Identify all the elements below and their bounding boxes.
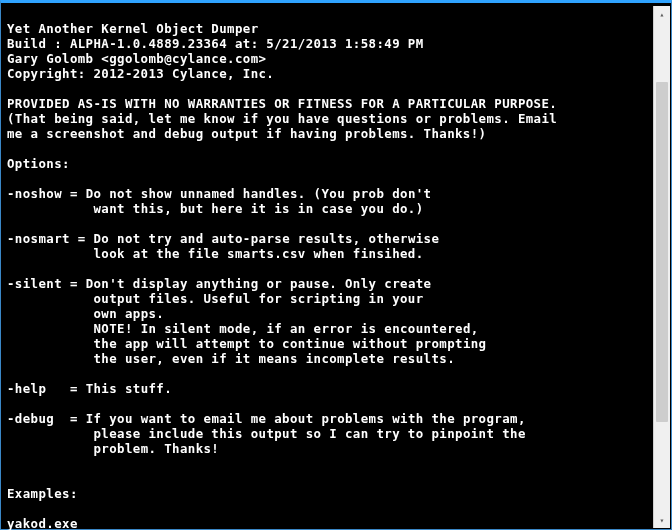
option-nosmart-desc-2: look at the file smarts.csv when finsihe… (93, 246, 423, 261)
chevron-up-icon: ▴ (660, 10, 665, 19)
option-debug-flag: -debug (7, 411, 54, 426)
option-noshow-desc-2: want this, but here it is in case you do… (93, 201, 423, 216)
scrollbar-thumb[interactable] (656, 82, 668, 422)
option-silent-desc-3: own apps. (93, 306, 164, 321)
scroll-up-button[interactable]: ▴ (654, 6, 670, 22)
console-viewport: Yet Another Kernel Object Dumper Build :… (1, 3, 653, 529)
scrollbar-track[interactable] (654, 22, 670, 512)
options-heading: Options: (7, 156, 70, 171)
copyright-line: Copyright: 2012-2013 Cylance, Inc. (7, 66, 274, 81)
option-silent-desc-2: output files. Useful for scripting in yo… (93, 291, 423, 306)
option-noshow-desc-1: Do not show unnamed handles. (You prob d… (86, 186, 432, 201)
option-nosmart-flag: -nosmart (7, 231, 70, 246)
option-help-desc-1: This stuff. (86, 381, 172, 396)
option-noshow-flag: -noshow (7, 186, 62, 201)
option-silent-desc-5: the app will attempt to continue without… (93, 336, 486, 351)
option-help-flag: -help (7, 381, 46, 396)
build-line: Build : ALPHA-1.0.4889.23364 at: 5/21/20… (7, 36, 424, 51)
warranty-line-3: me a screenshot and debug output if havi… (7, 126, 486, 141)
title-line: Yet Another Kernel Object Dumper (7, 21, 259, 36)
examples-heading: Examples: (7, 486, 78, 501)
option-silent-flag: -silent (7, 276, 62, 291)
chevron-down-icon: ▾ (660, 516, 665, 525)
option-silent-desc-6: the user, even if it means incomplete re… (93, 351, 455, 366)
vertical-scrollbar[interactable]: ▴ ▾ (653, 6, 670, 528)
console-window: Yet Another Kernel Object Dumper Build :… (0, 0, 672, 530)
option-debug-desc-2: please include this output so I can try … (93, 426, 525, 441)
author-line: Gary Golomb <ggolomb@cylance.com> (7, 51, 266, 66)
option-silent-desc-1: Don't display anything or pause. Only cr… (86, 276, 432, 291)
option-silent-desc-4: NOTE! In silent mode, if an error is enc… (93, 321, 478, 336)
example-line-1: yakod.exe (7, 516, 78, 530)
option-nosmart-desc-1: Do not try and auto-parse results, other… (94, 231, 440, 246)
option-debug-desc-3: problem. Thanks! (93, 441, 219, 456)
option-debug-desc-1: If you want to email me about problems w… (86, 411, 526, 426)
scroll-down-button[interactable]: ▾ (654, 512, 670, 528)
console-output: Yet Another Kernel Object Dumper Build :… (7, 21, 647, 530)
warranty-line-2: (That being said, let me know if you hav… (7, 111, 557, 126)
warranty-line-1: PROVIDED AS-IS WITH NO WARRANTIES OR FIT… (7, 96, 557, 111)
